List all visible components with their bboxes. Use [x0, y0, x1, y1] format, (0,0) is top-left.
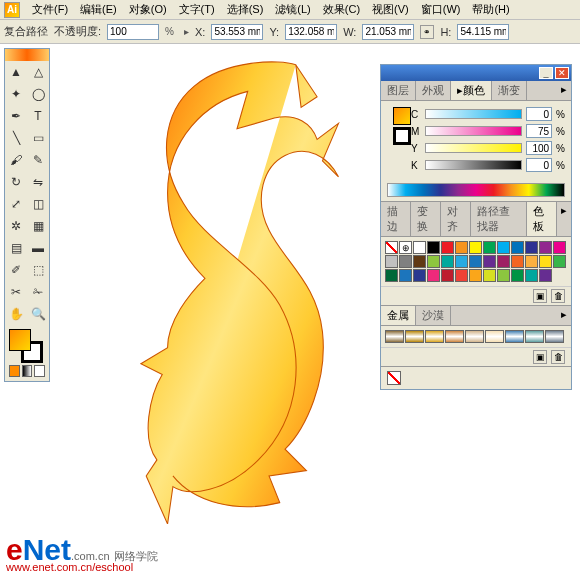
- menu-type[interactable]: 文字(T): [173, 0, 221, 19]
- rectangle-tool[interactable]: ▭: [27, 127, 49, 149]
- swatch[interactable]: [441, 255, 454, 268]
- blend-tool[interactable]: ⬚: [27, 259, 49, 281]
- close-icon[interactable]: ✕: [555, 67, 569, 79]
- lasso-tool[interactable]: ◯: [27, 83, 49, 105]
- tab-transform[interactable]: 变换: [411, 202, 441, 236]
- swatch-registration[interactable]: ⊕: [399, 241, 412, 254]
- metal-swatch[interactable]: [445, 330, 464, 343]
- yellow-input[interactable]: [526, 141, 552, 155]
- swatch[interactable]: [553, 255, 566, 268]
- fill-swatch[interactable]: [9, 329, 31, 351]
- tab-pathfinder[interactable]: 路径查找器: [471, 202, 527, 236]
- opacity-input[interactable]: [107, 24, 159, 40]
- y-input[interactable]: [285, 24, 337, 40]
- metal-swatch[interactable]: [525, 330, 544, 343]
- swatch[interactable]: [483, 255, 496, 268]
- reflect-tool[interactable]: ⇋: [27, 171, 49, 193]
- tab-align[interactable]: 对齐: [441, 202, 471, 236]
- magic-wand-tool[interactable]: ✦: [5, 83, 27, 105]
- metal-menu-icon[interactable]: ▸: [557, 306, 571, 325]
- swatch[interactable]: [497, 269, 510, 282]
- direct-select-tool[interactable]: △: [27, 61, 49, 83]
- slice-tool[interactable]: ✂: [5, 281, 27, 303]
- line-tool[interactable]: ╲: [5, 127, 27, 149]
- tools-header[interactable]: [5, 49, 49, 61]
- menu-edit[interactable]: 编辑(E): [74, 0, 123, 19]
- yellow-slider[interactable]: [425, 143, 522, 153]
- menu-window[interactable]: 窗口(W): [415, 0, 467, 19]
- x-input[interactable]: [211, 24, 263, 40]
- menu-select[interactable]: 选择(S): [221, 0, 270, 19]
- swatch[interactable]: [539, 241, 552, 254]
- mesh-tool[interactable]: ▤: [5, 237, 27, 259]
- swatch[interactable]: [427, 269, 440, 282]
- metal-swatch[interactable]: [505, 330, 524, 343]
- h-input[interactable]: [457, 24, 509, 40]
- metal-swatch[interactable]: [405, 330, 424, 343]
- symbol-sprayer-tool[interactable]: ✲: [5, 215, 27, 237]
- swatch[interactable]: [511, 255, 524, 268]
- swatch[interactable]: [441, 269, 454, 282]
- graph-tool[interactable]: ▦: [27, 215, 49, 237]
- black-slider[interactable]: [425, 160, 522, 170]
- gradient-tool[interactable]: ▬: [27, 237, 49, 259]
- delete-swatch-icon[interactable]: 🗑: [551, 289, 565, 303]
- swatch[interactable]: [525, 255, 538, 268]
- pen-tool[interactable]: ✒: [5, 105, 27, 127]
- metal-swatch[interactable]: [385, 330, 404, 343]
- menu-filter[interactable]: 滤镜(L): [269, 0, 316, 19]
- swatch[interactable]: [497, 241, 510, 254]
- panel-titlebar[interactable]: _ ✕: [381, 65, 571, 81]
- pencil-tool[interactable]: ✎: [27, 149, 49, 171]
- magenta-input[interactable]: [526, 124, 552, 138]
- scale-tool[interactable]: ⤢: [5, 193, 27, 215]
- tab-desert[interactable]: 沙漠: [416, 306, 451, 325]
- swatch[interactable]: [469, 241, 482, 254]
- color-mode-icon[interactable]: [9, 365, 20, 377]
- spectrum-picker[interactable]: [387, 183, 565, 197]
- swatch[interactable]: [539, 255, 552, 268]
- rotate-tool[interactable]: ↻: [5, 171, 27, 193]
- scissors-tool[interactable]: ✁: [27, 281, 49, 303]
- artwork-letter-s[interactable]: [122, 54, 352, 524]
- metal-swatch[interactable]: [425, 330, 444, 343]
- swatch[interactable]: [497, 255, 510, 268]
- menu-effect[interactable]: 效果(C): [317, 0, 366, 19]
- zoom-tool[interactable]: 🔍: [27, 303, 49, 325]
- swatch[interactable]: [385, 255, 398, 268]
- swatch[interactable]: [455, 255, 468, 268]
- panel-fill-swatch[interactable]: [393, 107, 411, 125]
- link-wh-icon[interactable]: ⚭: [420, 25, 434, 39]
- cyan-input[interactable]: [526, 107, 552, 121]
- swatch[interactable]: [413, 255, 426, 268]
- swatch[interactable]: [469, 255, 482, 268]
- none-mode-icon[interactable]: [34, 365, 45, 377]
- panel-stroke-swatch[interactable]: [393, 127, 411, 145]
- minimize-icon[interactable]: _: [539, 67, 553, 79]
- eyedropper-tool[interactable]: ✐: [5, 259, 27, 281]
- swatch[interactable]: [483, 269, 496, 282]
- menu-object[interactable]: 对象(O): [123, 0, 173, 19]
- magenta-slider[interactable]: [425, 126, 522, 136]
- tab-layers[interactable]: 图层: [381, 81, 416, 100]
- swatch[interactable]: [469, 269, 482, 282]
- tab-swatches[interactable]: 色板: [527, 202, 557, 236]
- swatch[interactable]: [455, 269, 468, 282]
- swatch[interactable]: [455, 241, 468, 254]
- swatch[interactable]: [539, 269, 552, 282]
- cyan-slider[interactable]: [425, 109, 522, 119]
- swatch[interactable]: [525, 241, 538, 254]
- swatch[interactable]: [511, 269, 524, 282]
- swatch[interactable]: [441, 241, 454, 254]
- paintbrush-tool[interactable]: 🖌: [5, 149, 27, 171]
- swatch[interactable]: [399, 269, 412, 282]
- black-input[interactable]: [526, 158, 552, 172]
- swatch[interactable]: [413, 241, 426, 254]
- gradient-mode-icon[interactable]: [22, 365, 33, 377]
- swatch-menu-icon[interactable]: ▸: [557, 202, 571, 236]
- swatch[interactable]: [385, 269, 398, 282]
- free-transform-tool[interactable]: ◫: [27, 193, 49, 215]
- swatch[interactable]: [427, 241, 440, 254]
- menu-view[interactable]: 视图(V): [366, 0, 415, 19]
- swatch[interactable]: [427, 255, 440, 268]
